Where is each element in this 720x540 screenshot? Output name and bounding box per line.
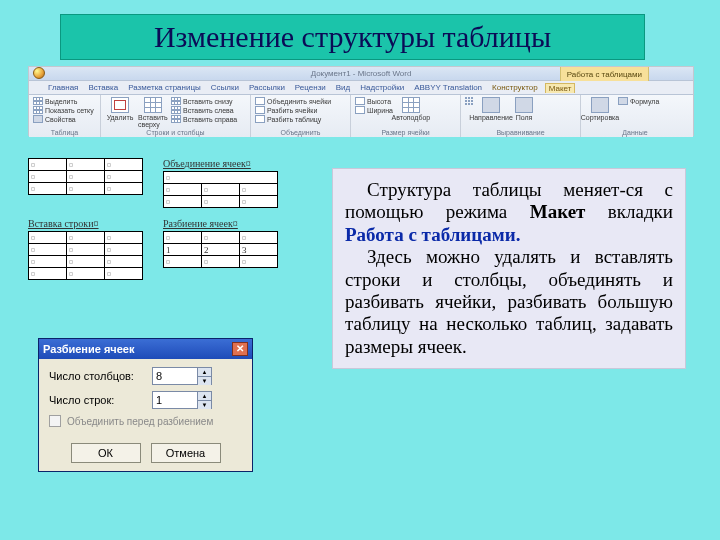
btn-formula[interactable]: Формула (618, 97, 659, 105)
merge-before-checkbox[interactable]: Объединить перед разбиением (49, 415, 242, 427)
ribbon-titlebar: Документ1 - Microsoft Word Работа с табл… (29, 67, 693, 81)
document-title: Документ1 - Microsoft Word (311, 69, 412, 78)
btn-sort[interactable]: Сортировка (585, 97, 615, 121)
description-text: Структура таблицы меняет-ся с помощью ре… (345, 179, 673, 358)
slide-title-bar: Изменение структуры таблицы (60, 14, 645, 60)
btn-split-table[interactable]: Разбить таблицу (255, 115, 331, 123)
tab-pagelayout[interactable]: Разметка страницы (125, 83, 204, 92)
tab-home[interactable]: Главная (45, 83, 81, 92)
btn-select[interactable]: Выделить (33, 97, 94, 105)
btn-text-direction[interactable]: Направление (476, 97, 506, 121)
cols-label: Число столбцов: (49, 370, 144, 382)
rows-spinner[interactable]: ▲▼ (152, 391, 212, 409)
ribbon-groups: Выделить Показать сетку Свойства Таблица… (29, 95, 693, 137)
group-rowscols-label: Строки и столбцы (105, 129, 246, 137)
contextual-tab-label: Работа с таблицами (560, 67, 649, 81)
word-worktab: Работа с таблицами. (345, 224, 520, 245)
btn-merge-cells[interactable]: Объединить ячейки (255, 97, 331, 105)
alignment-grid[interactable] (465, 97, 473, 105)
tab-view[interactable]: Вид (333, 83, 353, 92)
dialog-titlebar: Разбиение ячеек ✕ (39, 339, 252, 359)
ribbon-tabs: Главная Вставка Разметка страницы Ссылки… (29, 81, 693, 95)
tab-abbyy[interactable]: ABBYY Translation (411, 83, 485, 92)
dialog-title: Разбиение ячеек (43, 343, 134, 355)
group-table: Выделить Показать сетку Свойства Таблица (29, 95, 101, 137)
checkbox-label: Объединить перед разбиением (67, 416, 213, 427)
group-rowscols: Удалить Вставить сверху Вставить снизу В… (101, 95, 251, 137)
example-insert-label: Вставка строки¤ (28, 218, 143, 229)
example-merge: Объединение ячеек¤ (163, 158, 278, 208)
spin-down-icon[interactable]: ▼ (197, 401, 211, 409)
word-maket: Макет (530, 201, 586, 222)
btn-delete[interactable]: Удалить (105, 97, 135, 121)
btn-insert-left[interactable]: Вставить слева (171, 106, 237, 114)
btn-properties[interactable]: Свойства (33, 115, 94, 123)
field-height[interactable]: Высота (355, 97, 393, 105)
rows-label: Число строк: (49, 394, 144, 406)
cancel-button[interactable]: Отмена (151, 443, 221, 463)
checkbox-icon (49, 415, 61, 427)
slide-title: Изменение структуры таблицы (154, 20, 551, 54)
tab-addins[interactable]: Надстройки (357, 83, 407, 92)
group-align-label: Выравнивание (465, 129, 576, 137)
group-merge: Объединить ячейки Разбить ячейки Разбить… (251, 95, 351, 137)
btn-insert-right[interactable]: Вставить справа (171, 115, 237, 123)
group-merge-label: Объединить (255, 129, 346, 137)
example-split: Разбиение ячеек¤ 123 (163, 218, 278, 280)
rows-input[interactable] (153, 392, 197, 408)
btn-insert-top[interactable]: Вставить сверху (138, 97, 168, 128)
ok-button[interactable]: ОК (71, 443, 141, 463)
btn-insert-bottom[interactable]: Вставить снизу (171, 97, 237, 105)
example-merge-label: Объединение ячеек¤ (163, 158, 278, 169)
field-width[interactable]: Ширина (355, 106, 393, 114)
word-ribbon: Документ1 - Microsoft Word Работа с табл… (28, 66, 694, 136)
group-table-label: Таблица (33, 129, 96, 137)
description-panel: Структура таблицы меняет-ся с помощью ре… (332, 168, 686, 369)
group-align: Направление Поля Выравнивание (461, 95, 581, 137)
cols-spinner[interactable]: ▲▼ (152, 367, 212, 385)
example-insert-row: Вставка строки¤ (28, 218, 143, 280)
tab-layout[interactable]: Макет (545, 83, 576, 93)
tab-insert[interactable]: Вставка (85, 83, 121, 92)
group-size: Высота Ширина Автоподбор Размер ячейки (351, 95, 461, 137)
spin-up-icon[interactable]: ▲ (197, 392, 211, 401)
tab-mailings[interactable]: Рассылки (246, 83, 288, 92)
group-size-label: Размер ячейки (355, 129, 456, 137)
spin-down-icon[interactable]: ▼ (197, 377, 211, 385)
close-button[interactable]: ✕ (232, 342, 248, 356)
group-data-label: Данные (585, 129, 685, 137)
split-cells-dialog: Разбиение ячеек ✕ Число столбцов: ▲▼ Чис… (38, 338, 253, 472)
example-plain (28, 158, 143, 208)
office-button[interactable] (33, 67, 45, 79)
btn-autofit[interactable]: Автоподбор (396, 97, 426, 121)
cols-input[interactable] (153, 368, 197, 384)
example-split-label: Разбиение ячеек¤ (163, 218, 278, 229)
tab-design[interactable]: Конструктор (489, 83, 541, 92)
btn-split-cells[interactable]: Разбить ячейки (255, 106, 331, 114)
group-data: Сортировка Формула Данные (581, 95, 689, 137)
btn-showgrid[interactable]: Показать сетку (33, 106, 94, 114)
btn-cell-margins[interactable]: Поля (509, 97, 539, 121)
tab-review[interactable]: Рецензи (292, 83, 329, 92)
tab-references[interactable]: Ссылки (208, 83, 242, 92)
spin-up-icon[interactable]: ▲ (197, 368, 211, 377)
table-examples: Объединение ячеек¤ Вставка строки¤ Разби… (28, 158, 328, 290)
